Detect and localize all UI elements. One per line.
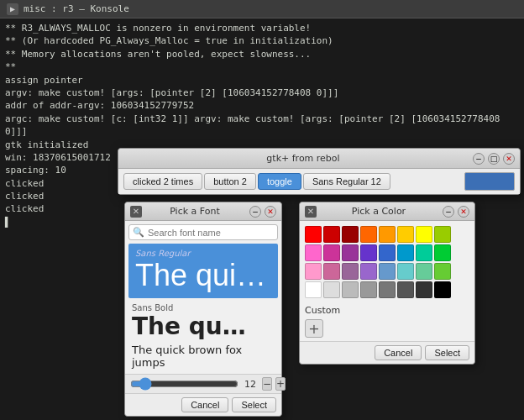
color-close-btn[interactable]: ✕ [458, 206, 469, 218]
color-swatch[interactable] [323, 226, 340, 243]
color-swatch[interactable] [323, 244, 340, 261]
color-swatch[interactable] [342, 263, 359, 280]
font-bold-label: Sans Bold [132, 303, 275, 312]
font-close-btn[interactable]: ✕ [265, 206, 276, 218]
color-swatch[interactable] [305, 226, 322, 243]
font-search-box: 🔍 [128, 224, 278, 240]
font-search-input[interactable] [148, 228, 274, 238]
terminal-title-text: misc : r3 — Konsole [24, 3, 129, 14]
font-picker-titlebar: ✕ Pick a Font − ✕ [125, 202, 281, 221]
clicked-times-btn[interactable]: clicked 2 times [123, 173, 202, 190]
font-preview-selected: Sans Regular The qui… [128, 244, 278, 298]
color-swatch[interactable] [379, 244, 396, 261]
terminal-app-icon: ▶ [7, 3, 18, 15]
font-bold-preview: The qu… [132, 312, 275, 340]
color-swatch[interactable] [360, 263, 377, 280]
color-swatch[interactable] [416, 281, 432, 298]
color-preview-box[interactable] [464, 172, 515, 191]
color-swatch[interactable] [416, 244, 432, 261]
font-size-value: 12 [242, 379, 259, 390]
color-swatch[interactable] [360, 226, 377, 243]
font-size-slider[interactable] [130, 379, 238, 389]
font-list: Sans Bold The qu… The quick brown fox ju… [125, 302, 281, 370]
color-swatch[interactable] [416, 263, 432, 280]
gtk-dialog: gtk+ from rebol − □ ✕ clicked 2 times bu… [118, 148, 521, 195]
font-size-controls: 12 − + [125, 374, 281, 393]
color-swatch[interactable] [342, 281, 359, 298]
color-swatch[interactable] [434, 263, 451, 280]
color-cancel-btn[interactable]: Cancel [375, 345, 422, 360]
color-swatch[interactable] [397, 263, 414, 280]
color-swatch-grid [300, 221, 474, 303]
font-picker-dialog: ✕ Pick a Font − ✕ 🔍 Sans Regular The qui… [124, 202, 282, 417]
gtk-dialog-titlebar: gtk+ from rebol − □ ✕ [118, 149, 520, 169]
color-swatch[interactable] [397, 281, 414, 298]
color-swatch[interactable] [434, 281, 451, 298]
color-add-btn[interactable]: + [305, 319, 323, 338]
color-swatch[interactable] [379, 226, 396, 243]
color-action-row: Cancel Select [300, 341, 474, 364]
color-swatch[interactable] [305, 244, 322, 261]
font-size-minus-btn[interactable]: − [262, 377, 272, 391]
gtk-maximize-btn[interactable]: □ [488, 153, 500, 165]
terminal-cursor: ▌ [5, 217, 11, 228]
color-swatch[interactable] [416, 226, 432, 243]
terminal-line: ** [5, 60, 519, 73]
gtk-minimize-btn[interactable]: − [473, 153, 485, 165]
color-minimize-btn[interactable]: − [443, 206, 454, 218]
font-cancel-btn[interactable]: Cancel [181, 397, 228, 412]
gtk-close-btn[interactable]: ✕ [503, 153, 515, 165]
color-picker-dialog: ✕ Pick a Color − ✕ Custom + Cancel Selec… [299, 202, 475, 365]
color-swatch[interactable] [360, 281, 377, 298]
button2-btn[interactable]: button 2 [204, 173, 256, 190]
font-dialog-icon: ✕ [130, 206, 142, 218]
font-action-row: Cancel Select [125, 393, 281, 416]
color-swatch[interactable] [323, 281, 340, 298]
terminal-line: addr of addr-argv: 106034152779752 [5, 99, 519, 112]
color-swatch[interactable] [379, 263, 396, 280]
search-icon: 🔍 [133, 227, 144, 238]
terminal-content: ** R3_ALWAYS_MALLOC is nonzero in enviro… [0, 18, 524, 232]
font-selected-label: Sans Regular [135, 249, 271, 258]
color-swatch[interactable] [397, 226, 414, 243]
color-dialog-title: Pick a Color [317, 206, 441, 217]
color-swatch[interactable] [434, 226, 451, 243]
color-custom-label: Custom [300, 303, 474, 318]
font-btn[interactable]: Sans Regular 12 [303, 173, 390, 190]
terminal-line: argv: make custom! [args: [pointer [2] [… [5, 87, 519, 99]
color-swatch[interactable] [305, 263, 322, 280]
toggle-btn[interactable]: toggle [258, 173, 301, 190]
color-swatch[interactable] [342, 244, 359, 261]
terminal-line: assign pointer [5, 74, 519, 87]
color-swatch[interactable] [379, 281, 396, 298]
terminal-line: ** (Or hardcoded PG_Always_Malloc = true… [5, 34, 519, 47]
terminal-line: ** R3_ALWAYS_MALLOC is nonzero in enviro… [5, 22, 519, 34]
color-select-btn[interactable]: Select [425, 345, 469, 360]
color-dialog-icon: ✕ [305, 206, 317, 218]
gtk-toolbar: clicked 2 times button 2 toggle Sans Reg… [118, 169, 520, 194]
terminal-line: argc: make custom! [c: [int32 1]] argv: … [5, 113, 519, 139]
font-regular-preview-sm: The quick brown fox jumps [132, 344, 275, 369]
font-select-btn[interactable]: Select [232, 397, 276, 412]
color-swatch[interactable] [323, 263, 340, 280]
font-dialog-title: Pick a Font [142, 206, 248, 217]
color-swatch[interactable] [342, 226, 359, 243]
font-minimize-btn[interactable]: − [249, 206, 261, 218]
font-preview-large: The qui… [135, 258, 271, 293]
terminal-title-left: ▶ misc : r3 — Konsole [7, 3, 129, 15]
font-list-item-bold[interactable]: Sans Bold The qu… [125, 302, 281, 342]
color-picker-titlebar: ✕ Pick a Color − ✕ [300, 202, 474, 221]
font-list-item-regular[interactable]: The quick brown fox jumps [125, 342, 281, 370]
color-swatch[interactable] [397, 244, 414, 261]
terminal-titlebar: ▶ misc : r3 — Konsole [0, 0, 524, 18]
terminal-line: ** Memory allocations aren't pooled, exp… [5, 48, 519, 60]
gtk-dialog-title: gtk+ from rebol [135, 153, 471, 164]
color-swatch[interactable] [360, 244, 377, 261]
color-swatch[interactable] [434, 244, 451, 261]
color-swatch[interactable] [305, 281, 322, 298]
font-size-plus-btn[interactable]: + [275, 377, 286, 391]
